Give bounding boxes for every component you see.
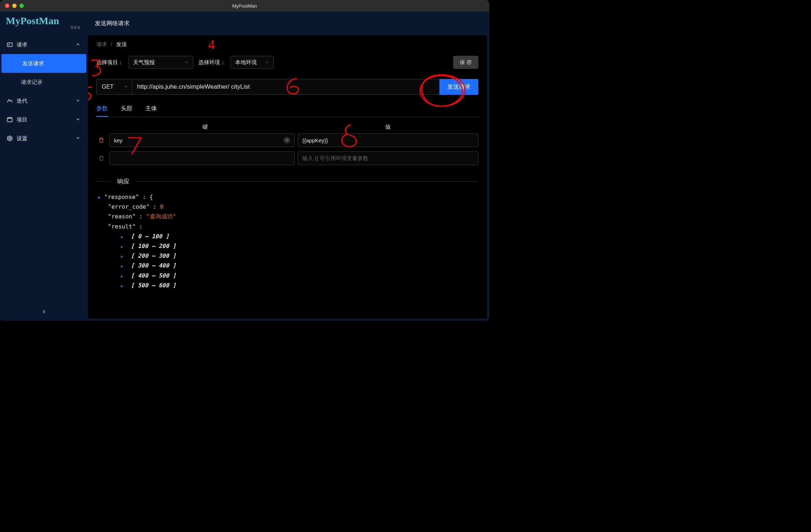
- nav: 请求 发送请求 请求记录: [0, 35, 88, 303]
- url-value: http://apis.juhe.cn/simpleWeather/ cityL…: [137, 83, 250, 90]
- chevron-down-icon: [75, 136, 81, 142]
- breadcrumb-sep: /: [109, 41, 114, 47]
- traffic-lights: [0, 4, 24, 8]
- gear-icon: [6, 135, 13, 142]
- params-header-key: 键: [112, 124, 298, 130]
- chevron-down-icon: [124, 84, 128, 90]
- clear-icon[interactable]: ✕: [284, 137, 290, 143]
- nav-item-label: 请求记录: [21, 79, 43, 86]
- param-value-value: {{appKey}}: [302, 137, 328, 143]
- project-select[interactable]: 天气预报: [128, 56, 193, 69]
- nav-item-request-history[interactable]: 请求记录: [0, 73, 88, 92]
- svg-rect-1: [7, 118, 12, 122]
- json-range: [ 400 – 500 ]: [131, 272, 176, 279]
- breadcrumb-parent[interactable]: 请求: [96, 41, 107, 47]
- maximize-icon[interactable]: [19, 4, 24, 8]
- annotation-5: [88, 87, 96, 105]
- tabs: 参数 头部 主体: [96, 102, 478, 117]
- param-key-input[interactable]: [109, 151, 295, 165]
- close-icon[interactable]: [5, 4, 9, 8]
- main: 发送网络请求 1 4: [88, 12, 489, 321]
- method-select[interactable]: GET: [96, 79, 132, 95]
- json-toggle-icon[interactable]: [98, 192, 103, 202]
- method-value: GET: [102, 84, 114, 90]
- response-title: 响应: [111, 177, 136, 186]
- page-title: 发送网络请求: [88, 12, 489, 35]
- chevron-left-icon: [41, 309, 47, 316]
- app-logo: MyPostMan: [6, 16, 82, 26]
- chevron-down-icon: [184, 59, 189, 66]
- json-range: [ 500 – 600 ]: [131, 282, 176, 289]
- env-select-value: 本地环境: [235, 59, 257, 66]
- tab-headers[interactable]: 头部: [121, 102, 132, 117]
- iterate-icon: [6, 98, 13, 104]
- window-title: MyPostMan: [0, 3, 489, 9]
- json-toggle-icon[interactable]: [121, 241, 126, 251]
- content: 1 4: [88, 35, 487, 319]
- nav-group-label: 请求: [17, 41, 27, 48]
- project-label: 选择项目：: [96, 59, 123, 66]
- json-toggle-icon[interactable]: [121, 231, 126, 241]
- project-icon: [6, 116, 13, 123]
- app-window: MyPostMan MyPostMan 0.0.4 请求: [0, 0, 489, 321]
- nav-group-iterate[interactable]: 迭代: [0, 92, 88, 110]
- response-json: "response" : { "error_code" : 0 "reason"…: [96, 192, 478, 290]
- param-value-input[interactable]: {{appKey}}: [298, 133, 478, 147]
- json-toggle-icon[interactable]: [121, 280, 126, 290]
- sidebar: MyPostMan 0.0.4 请求 发送请: [0, 12, 88, 321]
- nav-group-request[interactable]: 请求: [0, 35, 88, 54]
- delete-row-button[interactable]: [96, 137, 106, 143]
- params-header-value: 值: [298, 124, 478, 130]
- param-row: key ✕ {{appKey}}: [96, 133, 478, 147]
- params-header: 键 值: [96, 124, 478, 133]
- breadcrumb: 请求 / 发送: [96, 41, 478, 48]
- breadcrumb-current: 发送: [116, 41, 127, 47]
- nav-group-label: 设置: [17, 135, 27, 142]
- chevron-down-icon: [75, 98, 81, 104]
- param-row-empty: 输入 {{ 可引用环境变量参数: [96, 151, 478, 165]
- json-range: [ 100 – 200 ]: [131, 243, 176, 249]
- tab-params[interactable]: 参数: [96, 102, 108, 117]
- json-toggle-icon[interactable]: [121, 271, 126, 280]
- json-range: [ 0 – 100 ]: [131, 233, 169, 240]
- param-key-input[interactable]: key ✕: [109, 133, 295, 147]
- chevron-up-icon: [75, 42, 81, 48]
- json-range: [ 200 – 300 ]: [131, 252, 176, 259]
- delete-row-button[interactable]: [96, 155, 106, 161]
- sidebar-collapse-button[interactable]: [0, 303, 88, 321]
- nav-group-project[interactable]: 项目: [0, 110, 88, 129]
- nav-group-label: 迭代: [17, 98, 27, 105]
- chevron-down-icon: [265, 59, 269, 66]
- request-icon: [6, 41, 13, 48]
- nav-group-label: 项目: [17, 116, 27, 123]
- param-value-placeholder: 输入 {{ 可引用环境变量参数: [302, 155, 368, 162]
- save-button[interactable]: 保 存: [453, 56, 478, 69]
- url-input[interactable]: http://apis.juhe.cn/simpleWeather/ cityL…: [132, 79, 439, 95]
- tab-body[interactable]: 主体: [145, 102, 157, 117]
- nav-item-send-request[interactable]: 发送请求: [1, 54, 86, 73]
- nav-item-label: 发送请求: [22, 60, 44, 67]
- param-key-value: key: [114, 137, 122, 143]
- json-range: [ 300 – 400 ]: [131, 262, 176, 269]
- env-select[interactable]: 本地环境: [231, 56, 274, 69]
- env-label: 选择环境：: [198, 59, 225, 66]
- param-value-input[interactable]: 输入 {{ 可引用环境变量参数: [298, 151, 478, 165]
- minimize-icon[interactable]: [12, 4, 17, 8]
- chevron-down-icon: [75, 117, 81, 123]
- response-divider: 响应: [96, 177, 478, 186]
- json-toggle-icon[interactable]: [121, 261, 126, 270]
- logo-area: MyPostMan 0.0.4: [0, 12, 88, 32]
- title-bar: MyPostMan: [0, 0, 489, 12]
- svg-point-2: [9, 138, 11, 139]
- send-button[interactable]: 发送请求: [439, 79, 478, 95]
- nav-group-settings[interactable]: 设置: [0, 129, 88, 148]
- json-toggle-icon[interactable]: [121, 251, 126, 261]
- project-select-value: 天气预报: [133, 59, 155, 66]
